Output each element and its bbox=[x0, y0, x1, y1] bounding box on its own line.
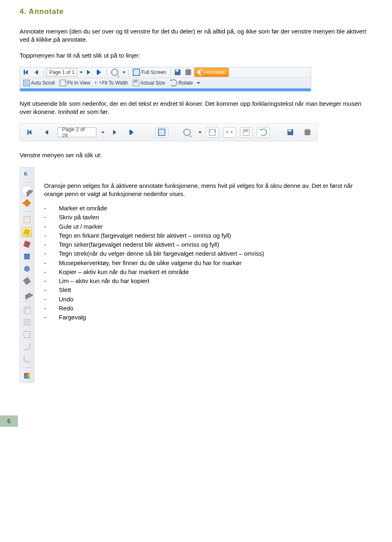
rotate-icon bbox=[170, 79, 177, 87]
list-item-text: Marker et område bbox=[59, 204, 107, 212]
bullet-dash: - bbox=[44, 259, 49, 267]
prev-page-button[interactable] bbox=[40, 127, 53, 138]
actual-size-button[interactable]: 100 bbox=[240, 127, 253, 138]
line-button[interactable] bbox=[22, 276, 32, 286]
next-page-button[interactable] bbox=[109, 127, 122, 138]
next-page-button[interactable] bbox=[85, 69, 94, 76]
list-item-text: Skriv på tavlen bbox=[59, 213, 99, 221]
list-item-text: Undo bbox=[59, 295, 74, 303]
annotate-pen-button[interactable] bbox=[22, 198, 32, 208]
full-screen-button[interactable] bbox=[155, 127, 168, 138]
delete-button[interactable] bbox=[22, 330, 32, 339]
rectangle-button[interactable] bbox=[22, 252, 32, 261]
highlight-button[interactable] bbox=[22, 239, 32, 249]
page-dropdown-caret-icon[interactable] bbox=[101, 132, 105, 134]
sidebar-first-page[interactable]: K bbox=[22, 169, 32, 179]
print-button[interactable] bbox=[301, 127, 314, 138]
pointer-off-button[interactable] bbox=[22, 186, 32, 196]
cursor-tool-button[interactable] bbox=[22, 288, 32, 298]
redo-button[interactable] bbox=[22, 354, 32, 364]
list-item-text: Gule ut / marker bbox=[59, 223, 103, 231]
toolbar-separator bbox=[128, 69, 129, 76]
rotate-dropdown-caret-icon[interactable] bbox=[197, 82, 200, 84]
fit-to-width-button[interactable] bbox=[223, 127, 236, 138]
annotate-sidebar: K bbox=[20, 167, 34, 383]
list-item: -Lim – aktiv kun når du har kopiert bbox=[44, 277, 372, 285]
bullet-dash: - bbox=[44, 304, 49, 312]
fit-in-view-button[interactable] bbox=[206, 127, 219, 138]
copy-button[interactable] bbox=[22, 305, 32, 315]
rotate-label: Rotate bbox=[178, 80, 193, 86]
fit-to-width-icon bbox=[95, 80, 101, 86]
auto-scroll-button[interactable]: Auto Scroll bbox=[22, 79, 56, 87]
zoom-button[interactable] bbox=[180, 127, 194, 138]
sidebar-divider bbox=[22, 367, 32, 368]
bullet-dash: - bbox=[44, 250, 49, 258]
last-page-button[interactable] bbox=[126, 127, 139, 138]
color-swatch-icon bbox=[24, 373, 30, 379]
bullet-dash: - bbox=[44, 232, 49, 240]
actual-size-button[interactable]: 100 Actual Size bbox=[131, 79, 167, 87]
list-item-text: Musepekerverktøy, her finner du de ulike… bbox=[59, 259, 241, 267]
list-item: -Kopier – aktiv kun når du har markert e… bbox=[44, 268, 372, 277]
fit-in-view-button[interactable]: Fit In View bbox=[58, 79, 92, 87]
save-button[interactable] bbox=[173, 69, 182, 76]
fit-to-width-icon bbox=[227, 129, 232, 135]
last-page-icon bbox=[129, 129, 135, 135]
page-indicator[interactable]: Page 2 of 28 bbox=[58, 127, 96, 137]
cursor-icon bbox=[20, 287, 33, 300]
list-item-text: Redo bbox=[59, 304, 74, 312]
circle-button[interactable] bbox=[22, 264, 32, 274]
first-page-button[interactable] bbox=[22, 69, 31, 76]
annotate-button[interactable]: Annotate bbox=[194, 68, 229, 77]
zoom-dropdown-caret-icon[interactable] bbox=[122, 71, 126, 74]
list-item: -Marker et område bbox=[44, 204, 372, 213]
rotate-icon bbox=[260, 129, 267, 136]
rotate-button[interactable] bbox=[257, 127, 270, 138]
bullet-dash: - bbox=[44, 313, 49, 321]
fit-in-view-label: Fit In View bbox=[67, 80, 90, 86]
write-board-button[interactable] bbox=[22, 227, 32, 237]
page-indicator[interactable]: Page 1 of 1 bbox=[47, 68, 77, 76]
sidebar-divider bbox=[22, 301, 32, 302]
zoom-dropdown-caret-icon[interactable] bbox=[198, 132, 202, 134]
save-icon bbox=[175, 69, 180, 75]
color-picker-button[interactable] bbox=[22, 371, 32, 381]
select-area-icon bbox=[24, 216, 30, 223]
page-number: 6 bbox=[0, 415, 18, 427]
undo-button[interactable] bbox=[22, 342, 32, 352]
rotate-button[interactable]: Rotate bbox=[168, 79, 194, 87]
prev-page-icon bbox=[34, 69, 40, 75]
sidebar-description: Oransje penn velges for å aktivere annot… bbox=[44, 182, 372, 199]
page-dropdown-caret-icon[interactable] bbox=[80, 71, 83, 74]
print-button[interactable] bbox=[184, 69, 193, 76]
list-item: -Tegn en firkant (fargevalget nederst bl… bbox=[44, 231, 372, 240]
fit-in-view-icon bbox=[60, 80, 66, 86]
list-item: -Redo bbox=[44, 304, 372, 313]
first-page-button[interactable] bbox=[23, 127, 36, 138]
annotate-label: Annotate bbox=[205, 69, 225, 75]
toolbar-separator bbox=[107, 69, 107, 76]
zoom-button[interactable] bbox=[109, 68, 120, 76]
first-page-icon: K bbox=[24, 171, 30, 177]
paste-icon bbox=[24, 319, 30, 326]
copy-icon bbox=[24, 307, 30, 313]
next-page-icon bbox=[86, 69, 92, 75]
full-screen-button[interactable]: Full Screen bbox=[131, 68, 168, 76]
pointer-arrow-icon bbox=[20, 184, 33, 197]
bullet-dash: - bbox=[44, 213, 49, 221]
section-heading: 4. Annotate bbox=[20, 7, 372, 16]
paste-button[interactable] bbox=[22, 317, 32, 327]
save-button[interactable] bbox=[284, 127, 297, 138]
list-item: -Musepekerverktøy, her finner du de ulik… bbox=[44, 259, 372, 268]
select-area-button[interactable] bbox=[22, 215, 32, 225]
prev-page-button[interactable] bbox=[32, 69, 41, 76]
list-item: -Skriv på tavlen bbox=[44, 213, 372, 222]
fit-to-width-button[interactable]: Fit To Width bbox=[94, 80, 129, 86]
bullet-dash: - bbox=[44, 286, 49, 294]
intro-paragraph-2: Toppmenyen har til nå sett slik ut på to… bbox=[20, 51, 372, 60]
next-page-icon bbox=[112, 129, 118, 135]
paragraph-4: Venstre menyen ser nå slik ut: bbox=[20, 151, 372, 159]
last-page-button[interactable] bbox=[95, 69, 104, 76]
new-toolbar: Page 2 of 28 100 bbox=[20, 123, 318, 141]
